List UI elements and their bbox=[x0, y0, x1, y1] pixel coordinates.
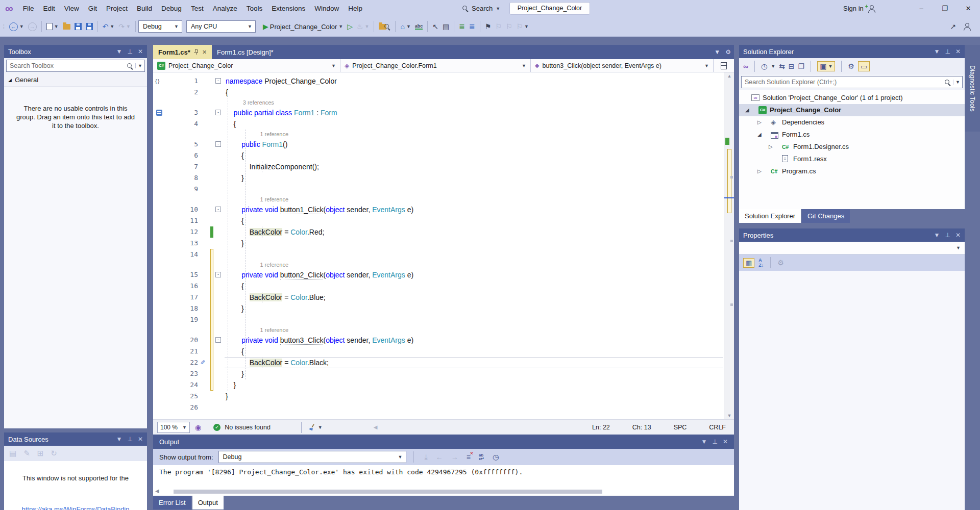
chevron-down-icon[interactable]: ▼ bbox=[934, 45, 940, 58]
tree-item-project-change-color[interactable]: ◢C#Project_Change_Color bbox=[739, 104, 965, 116]
codelens-references-link[interactable]: 1 reference bbox=[260, 196, 288, 202]
tree-item-form1-resx[interactable]: ≡Form1.resx bbox=[739, 153, 965, 165]
restore-hierarchy-icon[interactable]: ❐ bbox=[798, 62, 805, 70]
refresh-icon[interactable]: ↻ bbox=[51, 449, 57, 458]
toolbox-title-bar[interactable]: Toolbox ▼ ⊥ ✕ bbox=[4, 45, 147, 58]
code-line-4[interactable]: 4 { bbox=[153, 118, 724, 130]
clear-bookmarks-button[interactable]: ⚐▼ bbox=[514, 22, 530, 31]
find-in-files-button[interactable] bbox=[377, 23, 393, 30]
hot-reload-button[interactable]: ♨▼ bbox=[355, 22, 371, 31]
code-line-5[interactable]: 5- public Form1() bbox=[153, 139, 724, 150]
vertical-scrollbar[interactable]: ▲ ▼ bbox=[724, 72, 734, 419]
properties-wrench-icon[interactable]: ⚙ bbox=[848, 62, 854, 70]
feedback-button[interactable] bbox=[961, 23, 973, 30]
codelens-row[interactable]: 1 reference bbox=[153, 325, 724, 335]
output-source-select[interactable]: Debug▼ bbox=[218, 451, 406, 463]
tree-item-form1-cs[interactable]: ◢Form1.cs bbox=[739, 129, 965, 141]
collapsed-triangle-icon[interactable]: ▷ bbox=[757, 116, 762, 129]
toolbox-search-input[interactable] bbox=[10, 62, 127, 69]
chevron-down-icon[interactable]: ▼ bbox=[116, 45, 122, 58]
pin-icon[interactable]: ⊥ bbox=[127, 432, 132, 446]
code-line-24[interactable]: 24 } bbox=[153, 379, 724, 391]
solution-explorer-search-input[interactable] bbox=[745, 79, 944, 86]
data-sources-link[interactable]: https://aka.ms/WinForms/DataBindin bbox=[4, 505, 147, 510]
chevron-down-icon[interactable]: ▼ bbox=[714, 48, 720, 56]
scroll-down-arrow-icon[interactable]: ▼ bbox=[724, 413, 734, 418]
code-area[interactable]: { }1-namespace Project_Change_Color2{3 r… bbox=[153, 72, 724, 419]
sync-icon[interactable]: ⇆ bbox=[779, 62, 785, 70]
pin-icon[interactable]: ⊥ bbox=[945, 228, 950, 242]
pending-changes-filter-icon[interactable]: ◷ bbox=[761, 62, 767, 70]
fold-collapse-icon[interactable]: - bbox=[215, 272, 221, 277]
chevron-down-icon[interactable]: ▼ bbox=[135, 63, 142, 68]
code-line-2[interactable]: 2{ bbox=[153, 87, 724, 98]
column-indicator[interactable]: Ch: 13 bbox=[632, 424, 651, 431]
preview-selected-items-button[interactable]: ▭ bbox=[858, 61, 870, 71]
menu-help[interactable]: Help bbox=[344, 5, 367, 12]
split-editor-button[interactable] bbox=[714, 59, 734, 72]
code-line-15[interactable]: 15- private void button2_Click(object se… bbox=[153, 269, 724, 280]
tree-item-form1-designer-cs[interactable]: ▷C#Form1.Designer.cs bbox=[739, 141, 965, 153]
close-icon[interactable]: ✕ bbox=[955, 45, 961, 58]
close-icon[interactable]: ✕ bbox=[138, 45, 143, 58]
close-icon[interactable]: ✕ bbox=[723, 435, 728, 448]
preview-window-button[interactable]: ⌂▼ bbox=[398, 22, 412, 31]
document-outline-button[interactable]: ▤ bbox=[440, 22, 451, 31]
new-project-button[interactable]: ▼ bbox=[44, 23, 61, 30]
menu-edit[interactable]: Edit bbox=[38, 5, 59, 12]
menu-analyze[interactable]: Analyze bbox=[208, 5, 242, 12]
menu-tools[interactable]: Tools bbox=[242, 5, 267, 12]
pin-icon[interactable] bbox=[194, 49, 199, 55]
undo-button[interactable]: ↶▼ bbox=[101, 22, 117, 31]
menu-git[interactable]: Git bbox=[84, 5, 102, 12]
output-title-bar[interactable]: Output ▼ ⊥ ✕ bbox=[153, 435, 734, 449]
code-line-18[interactable]: 18 } bbox=[153, 303, 724, 314]
close-icon[interactable]: ✕ bbox=[202, 49, 207, 56]
code-line-7[interactable]: 7 InitializeComponent(); bbox=[153, 161, 724, 172]
alphabetical-sort-button[interactable]: AZ↓ bbox=[758, 258, 764, 268]
minimize-button[interactable]: – bbox=[910, 0, 933, 17]
collapse-all-icon[interactable]: ⊟ bbox=[789, 62, 795, 70]
redo-button[interactable]: ↷▼ bbox=[116, 22, 133, 31]
tree-item-dependencies[interactable]: ▷◈Dependencies bbox=[739, 116, 965, 129]
property-pages-wrench-icon[interactable]: ⚙ bbox=[777, 259, 784, 267]
code-line-25[interactable]: 25} bbox=[153, 391, 724, 402]
health-status-label[interactable]: No issues found bbox=[225, 424, 271, 431]
diagnostic-tools-tab[interactable]: Diagnostic Tools bbox=[965, 45, 980, 132]
codelens-references-link[interactable]: 3 references bbox=[243, 99, 274, 106]
open-file-button[interactable] bbox=[61, 24, 72, 30]
fold-collapse-icon[interactable]: - bbox=[215, 141, 221, 147]
restore-button[interactable]: ❐ bbox=[933, 0, 957, 17]
previous-message-icon[interactable]: ← bbox=[436, 453, 443, 461]
categorized-view-button[interactable]: ▦ bbox=[743, 258, 754, 268]
chevron-down-icon[interactable]: ▼ bbox=[701, 435, 707, 448]
chevron-down-icon[interactable]: ▼ bbox=[116, 432, 122, 446]
close-icon[interactable]: ✕ bbox=[955, 228, 961, 242]
tree-item-program-cs[interactable]: ▷C#Program.cs bbox=[739, 165, 965, 177]
code-line-8[interactable]: 8 } bbox=[153, 172, 724, 184]
code-line-13[interactable]: 13 } bbox=[153, 238, 724, 249]
codelens-row[interactable]: 1 reference bbox=[153, 195, 724, 204]
comment-selection-button[interactable]: ≣ bbox=[457, 22, 467, 31]
codelens-references-link[interactable]: 1 reference bbox=[260, 131, 288, 137]
codelens-references-link[interactable]: 1 reference bbox=[260, 327, 288, 333]
tab-output[interactable]: Output bbox=[192, 496, 224, 509]
save-button[interactable] bbox=[72, 23, 84, 30]
code-line-20[interactable]: 20- private void button3_Click(object se… bbox=[153, 335, 724, 346]
start-without-debugging-button[interactable]: ▷ bbox=[345, 22, 355, 31]
uncomment-selection-button[interactable]: ≣ bbox=[467, 22, 477, 31]
menu-view[interactable]: View bbox=[60, 5, 84, 12]
solution-explorer-title-bar[interactable]: Solution Explorer ▼ ⊥ ✕ bbox=[739, 45, 965, 58]
expanded-triangle-icon[interactable]: ◢ bbox=[745, 104, 749, 116]
close-button[interactable]: ✕ bbox=[957, 0, 980, 17]
close-icon[interactable]: ✕ bbox=[138, 432, 143, 446]
fold-collapse-icon[interactable]: - bbox=[215, 207, 221, 212]
sign-in-button[interactable]: Sign in + bbox=[843, 0, 875, 17]
line-ending-indicator[interactable]: CRLF bbox=[709, 424, 726, 431]
scrollbar-thumb[interactable] bbox=[174, 490, 602, 494]
expanded-triangle-icon[interactable]: ◢ bbox=[757, 129, 762, 141]
switch-views-icon[interactable]: ∞ bbox=[743, 62, 748, 70]
collapsed-triangle-icon[interactable]: ▷ bbox=[769, 141, 773, 153]
word-wrap-icon[interactable]: abc↵ bbox=[479, 453, 484, 461]
code-line-21[interactable]: 21 { bbox=[153, 346, 724, 357]
